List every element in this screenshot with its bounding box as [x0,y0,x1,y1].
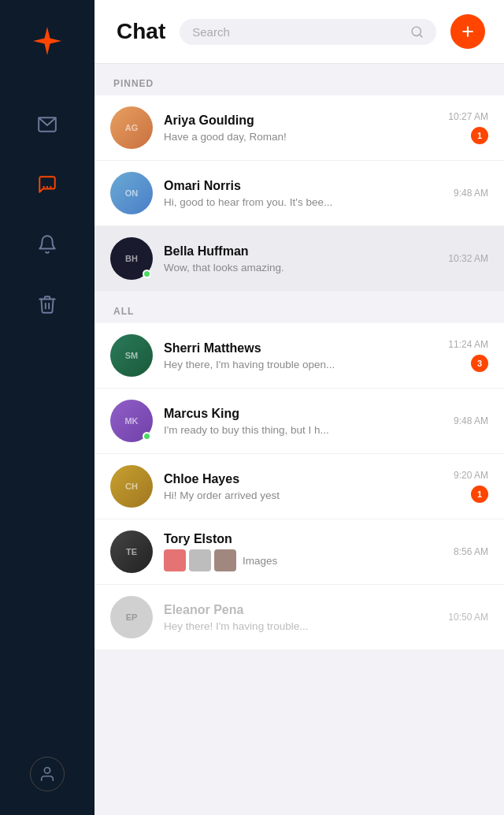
chat-preview: Hi! My order arrived yest [164,489,447,501]
avatar: ON [110,172,153,214]
avatar-wrap: CH [110,465,153,508]
chat-preview: Hey there! I'm having trouble... [164,620,442,632]
chat-meta: 8:56 AM [454,546,488,557]
chat-time: 9:48 AM [454,415,488,426]
chat-name: Sherri Matthews [164,341,442,355]
sidebar-item-trash[interactable] [32,288,63,320]
chat-info: Omari Norris Hi, good to hear from you. … [164,179,447,208]
chat-time: 10:50 AM [448,612,488,623]
chat-item[interactable]: EP Eleanor Pena Hey there! I'm having tr… [94,585,504,650]
chat-time: 11:24 AM [448,339,488,350]
avatar: EP [110,596,153,638]
chat-time: 10:27 AM [448,111,488,122]
new-chat-button[interactable] [450,14,485,49]
search-input[interactable] [192,25,404,39]
avatar: TE [110,530,153,573]
chat-time: 10:32 AM [448,253,488,264]
image-previews: Images [164,549,447,571]
online-indicator [143,432,151,441]
sidebar-item-mail[interactable] [32,109,63,140]
image-thumb [189,549,211,571]
chat-info: Bella Huffman Wow, that looks amazing. [164,244,442,274]
chat-item[interactable]: MK Marcus King I'm ready to buy this thi… [94,389,504,454]
sidebar-item-chat[interactable] [32,169,63,200]
chat-time: 9:48 AM [454,188,488,199]
avatar: SM [110,334,153,377]
chat-meta: 9:48 AM [454,188,488,199]
avatar-wrap: ON [110,172,153,214]
chat-name: Bella Huffman [164,244,442,259]
avatar-wrap: TE [110,530,153,573]
chat-preview: Have a good day, Roman! [164,131,442,143]
chat-info: Ariya Goulding Have a good day, Roman! [164,114,442,143]
chat-meta: 10:27 AM 1 [448,111,488,144]
chat-item[interactable]: BH Bella Huffman Wow, that looks amazing… [94,226,504,292]
sidebar-bottom [30,757,65,791]
chat-item[interactable]: TE Tory Elston Images 8:56 AM [94,519,504,585]
page-title: Chat [117,19,165,44]
avatar-wrap: SM [110,334,153,377]
chat-list: PINNED AG Ariya Goulding Have a good day… [94,64,504,815]
chat-time: 8:56 AM [454,546,488,557]
avatar: CH [110,465,153,508]
all-section-label: ALL [94,292,504,323]
chat-preview: Wow, that looks amazing. [164,262,442,274]
search-icon [410,25,424,39]
chat-info: Marcus King I'm ready to buy this thing,… [164,407,447,436]
chat-name: Marcus King [164,407,447,421]
chat-name: Omari Norris [164,179,447,193]
pinned-section-label: PINNED [94,64,504,95]
main-panel: Chat PINNED AG [94,0,504,815]
unread-badge: 3 [471,355,488,372]
sidebar-item-notifications[interactable] [32,229,63,260]
chat-info: Tory Elston Images [164,532,447,571]
chat-info: Eleanor Pena Hey there! I'm having troub… [164,603,442,632]
sidebar-nav [32,109,63,757]
avatar-wrap: AG [110,106,153,149]
plus-icon [460,24,476,39]
chat-time: 9:20 AM [454,470,488,481]
chat-name: Ariya Goulding [164,114,442,128]
avatar-wrap: BH [110,237,153,280]
chat-item[interactable]: CH Chloe Hayes Hi! My order arrived yest… [94,454,504,519]
chat-item[interactable]: ON Omari Norris Hi, good to hear from yo… [94,161,504,226]
chat-preview: Hey there, I'm having trouble open... [164,359,442,370]
user-avatar[interactable] [30,757,65,791]
chat-meta: 9:48 AM [454,415,488,426]
svg-line-3 [420,34,422,36]
chat-item[interactable]: AG Ariya Goulding Have a good day, Roman… [94,95,504,161]
chat-meta: 9:20 AM 1 [454,470,488,503]
image-thumb [164,549,186,571]
chat-name: Tory Elston [164,532,447,546]
chat-meta: 10:50 AM [448,612,488,623]
sidebar [0,0,94,815]
chat-preview: Hi, good to hear from you. It's bee... [164,196,447,208]
header: Chat [94,0,504,64]
search-bar[interactable] [180,19,436,45]
chat-info: Sherri Matthews Hey there, I'm having tr… [164,341,442,370]
avatar-wrap: EP [110,596,153,638]
svg-point-1 [44,768,50,773]
images-label: Images [243,555,277,567]
chat-name: Eleanor Pena [164,603,442,617]
online-indicator [143,270,151,278]
chat-info: Chloe Hayes Hi! My order arrived yest [164,472,447,501]
avatar-wrap: MK [110,400,153,442]
chat-meta: 10:32 AM [448,253,488,264]
chat-name: Chloe Hayes [164,472,447,486]
chat-preview: I'm ready to buy this thing, but I h... [164,424,447,436]
chat-item[interactable]: SM Sherri Matthews Hey there, I'm having… [94,323,504,389]
chat-meta: 11:24 AM 3 [448,339,488,372]
unread-badge: 1 [471,127,488,144]
unread-badge: 1 [471,486,488,503]
avatar: AG [110,106,153,149]
image-thumb [214,549,236,571]
app-logo[interactable] [30,24,65,61]
